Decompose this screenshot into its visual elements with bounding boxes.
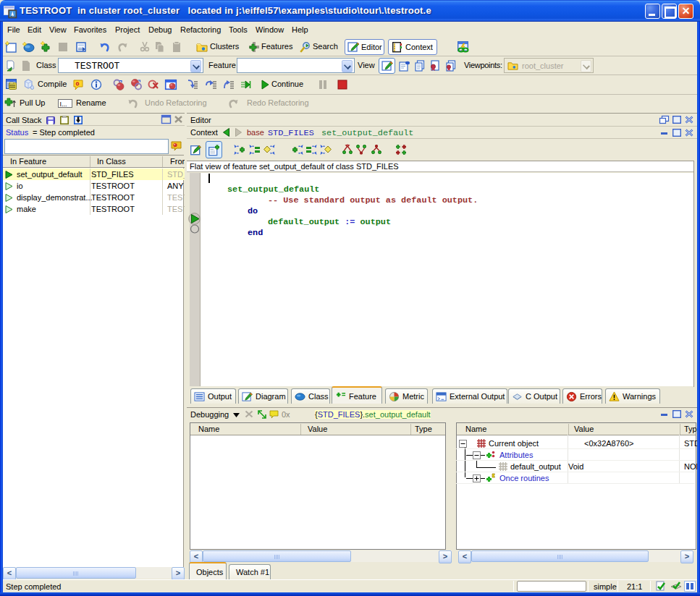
svg-text:I...: I...	[60, 101, 67, 108]
